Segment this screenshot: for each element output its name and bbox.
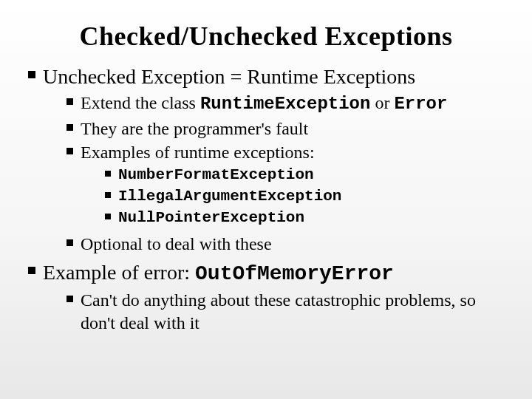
bullet-text: Extend the class RuntimeException or Err… [81, 92, 447, 116]
bullet-text: Optional to deal with these [81, 233, 272, 256]
square-bullet-icon [66, 148, 73, 154]
square-bullet-icon [105, 192, 111, 198]
text-fragment: or [370, 93, 394, 112]
code-error: Error [394, 94, 447, 114]
bullet-programmers-fault: They are the programmer's fault [66, 117, 504, 140]
text-fragment: Example of error: [43, 261, 195, 284]
bullet-text: Can't do anything about these catastroph… [81, 289, 504, 334]
code-text: NumberFormatException [118, 166, 314, 185]
square-bullet-icon [28, 267, 35, 274]
bullet-unchecked-exception: Unchecked Exception = Runtime Exceptions [28, 64, 504, 90]
bullet-text: They are the programmer's fault [81, 117, 308, 140]
bullet-optional-deal: Optional to deal with these [66, 233, 504, 256]
slide-title: Checked/Unchecked Exceptions [28, 21, 504, 52]
bullet-catastrophic: Can't do anything about these catastroph… [66, 289, 504, 334]
code-runtimeexception: RuntimeException [200, 94, 370, 114]
bullet-numberformatexception: NumberFormatException [105, 166, 504, 185]
square-bullet-icon [105, 171, 111, 177]
square-bullet-icon [66, 296, 73, 302]
bullet-text: Example of error: OutOfMemoryError [43, 259, 394, 287]
text-fragment: Extend the class [81, 93, 200, 112]
square-bullet-icon [105, 214, 111, 219]
square-bullet-icon [28, 71, 35, 78]
bullet-nullpointerexception: NullPointerException [105, 208, 504, 228]
code-text: NullPointerException [118, 208, 304, 228]
bullet-example-error: Example of error: OutOfMemoryError [28, 259, 504, 287]
bullet-illegalargumentexception: IllegalArgumentException [105, 187, 504, 207]
code-outofmemoryerror: OutOfMemoryError [195, 262, 394, 285]
square-bullet-icon [66, 98, 73, 105]
bullet-examples-runtime: Examples of runtime exceptions: [66, 141, 504, 164]
bullet-extend-class: Extend the class RuntimeException or Err… [66, 92, 504, 116]
bullet-text: Unchecked Exception = Runtime Exceptions [43, 64, 415, 90]
bullet-text: Examples of runtime exceptions: [81, 141, 315, 164]
square-bullet-icon [66, 124, 73, 131]
square-bullet-icon [66, 239, 73, 246]
code-text: IllegalArgumentException [118, 187, 341, 207]
